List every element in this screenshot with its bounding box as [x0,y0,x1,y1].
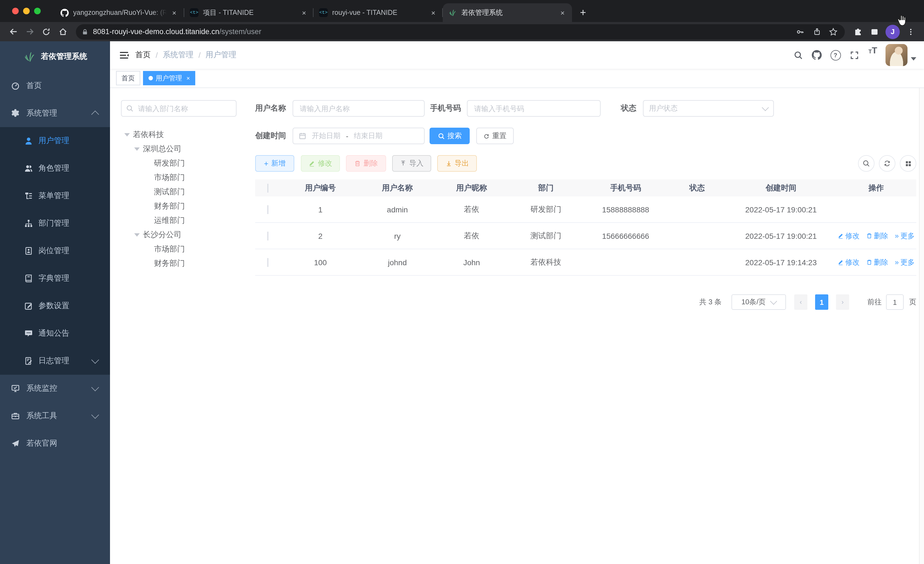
tree-node[interactable]: 市场部门 [121,171,237,185]
extensions-puzzle-icon[interactable] [850,24,866,39]
sidebar-item-parameter-settings[interactable]: 参数设置 [0,292,110,320]
minimize-window-button[interactable] [23,8,30,14]
sidebar-item-menu-management[interactable]: 菜单管理 [0,182,110,210]
browser-tab-active[interactable]: 若依管理系统 × [443,3,572,22]
new-tab-button[interactable]: + [575,5,591,20]
help-question-icon[interactable]: ? [826,46,845,65]
tag-home[interactable]: 首页 [116,71,140,85]
sidebar-item-log-management[interactable]: 日志管理 [0,347,110,375]
font-size-icon[interactable]: TT [864,46,882,65]
browser-tab[interactable]: yangzongzhuan/RuoYi-Vue: (Ru × [55,3,184,22]
sidebar-item-post-management[interactable]: 岗位管理 [0,237,110,265]
header-search-icon[interactable] [789,46,807,65]
sidebar-item-user-management[interactable]: 用户管理 [0,127,110,155]
row-delete-link[interactable]: 删除 [866,231,888,241]
tree-node[interactable]: 财务部门 [121,199,237,214]
tab-close-icon[interactable]: × [430,9,436,17]
sidebar-item-role-management[interactable]: 角色管理 [0,155,110,182]
select-all-checkbox[interactable] [267,183,268,192]
row-checkbox[interactable] [267,258,268,266]
refresh-table-icon[interactable] [879,155,896,171]
row-more-link[interactable]: »更多 [895,257,915,267]
browser-tab[interactable]: <t> rouyi-vue - TITANIDE × [314,3,443,22]
sidebar-item-system-tools[interactable]: 系统工具 [0,402,110,430]
prev-page-button[interactable]: ‹ [794,294,807,310]
browser-scrollbar[interactable] [919,41,924,564]
tab-close-icon[interactable]: × [560,9,566,17]
fullscreen-icon[interactable] [845,46,864,65]
sidebar-item-system-monitor[interactable]: 系统监控 [0,375,110,402]
add-button[interactable]: + 新增 [255,155,294,171]
edit-button[interactable]: 修改 [301,155,340,171]
tree-node[interactable]: 若依科技 [121,128,237,142]
pagination: 共 3 条 10条/页 ‹ 1 › 前往 页 [255,294,916,310]
row-delete-link[interactable]: 删除 [866,257,888,267]
export-button[interactable]: 导出 [437,155,477,171]
goto-page-input[interactable] [886,294,904,310]
user-avatar[interactable] [885,44,908,66]
tree-node[interactable]: 财务部门 [121,256,237,271]
row-edit-link[interactable]: 修改 [838,257,860,267]
tree-node[interactable]: 市场部门 [121,242,237,256]
chevron-up-icon [91,111,99,118]
tree-node[interactable]: 测试部门 [121,185,237,199]
sidebar-item-system-management[interactable]: 系统管理 [0,99,110,127]
bookmark-star-icon[interactable] [827,26,839,38]
sidebar-item-notice[interactable]: 通知公告 [0,320,110,347]
github-icon[interactable] [807,46,826,65]
tree-node[interactable]: 研发部门 [121,156,237,171]
sidebar-toggle-icon[interactable] [117,48,130,62]
username-input[interactable] [298,104,418,113]
tag-close-icon[interactable]: × [186,75,190,81]
breadcrumb-home[interactable]: 首页 [135,50,151,60]
tab-close-icon[interactable]: × [301,9,307,17]
side-panel-icon[interactable] [867,24,882,39]
tree-expand-icon[interactable] [134,233,140,237]
address-bar[interactable]: 8081-rouyi-vue-demo.cloud.titanide.cn/sy… [76,24,845,39]
column-settings-icon[interactable] [900,155,916,171]
sidebar-item-dict-management[interactable]: 字典管理 [0,265,110,292]
screen: yangzongzhuan/RuoYi-Vue: (Ru × <t> 项目 - … [0,0,924,564]
tag-user-management[interactable]: 用户管理 × [143,71,195,85]
tree-expand-icon[interactable] [124,133,130,137]
share-icon[interactable] [811,26,823,38]
date-range-picker[interactable]: 开始日期 - 结束日期 [292,128,424,144]
row-checkbox[interactable] [267,205,268,214]
browser-tab[interactable]: <t> 项目 - TITANIDE × [184,3,314,22]
row-more-link[interactable]: »更多 [895,231,915,241]
username-field[interactable] [292,100,424,117]
dept-search-input[interactable] [137,104,231,113]
avatar-caret-down-icon[interactable] [911,57,916,60]
delete-button[interactable]: 删除 [346,155,386,171]
close-window-button[interactable] [12,8,19,14]
tab-close-icon[interactable]: × [171,9,177,17]
back-icon[interactable] [6,24,21,39]
forward-icon[interactable] [22,24,38,39]
sidebar-item-home[interactable]: 首页 [0,72,110,99]
search-button[interactable]: 搜索 [429,128,470,144]
page-size-select[interactable]: 10条/页 [732,294,786,310]
phone-field[interactable] [467,100,601,117]
page-1-button[interactable]: 1 [815,294,828,310]
tree-node[interactable]: 运维部门 [121,214,237,228]
import-button[interactable]: 导入 [392,155,431,171]
reload-icon[interactable] [39,24,54,39]
sidebar-item-ruoyi-website[interactable]: 若依官网 [0,430,110,457]
show-search-toggle-icon[interactable] [858,155,874,171]
row-edit-link[interactable]: 修改 [838,231,860,241]
phone-input[interactable] [473,104,594,113]
tree-node[interactable]: 深圳总公司 [121,142,237,156]
next-page-button[interactable]: › [836,294,849,310]
zoom-window-button[interactable] [34,8,41,14]
reset-button[interactable]: 重置 [476,128,514,144]
sidebar-item-dept-management[interactable]: 部门管理 [0,210,110,237]
peoples-icon [24,164,33,173]
row-checkbox[interactable] [267,232,268,240]
dept-search-box[interactable] [121,100,237,117]
password-key-icon[interactable] [794,26,806,38]
status-select[interactable]: 用户状态 [643,100,774,117]
home-icon[interactable] [55,24,70,39]
tree-node[interactable]: 长沙分公司 [121,228,237,242]
tree-expand-icon[interactable] [134,147,140,151]
breadcrumb-section[interactable]: 系统管理 [163,50,194,60]
